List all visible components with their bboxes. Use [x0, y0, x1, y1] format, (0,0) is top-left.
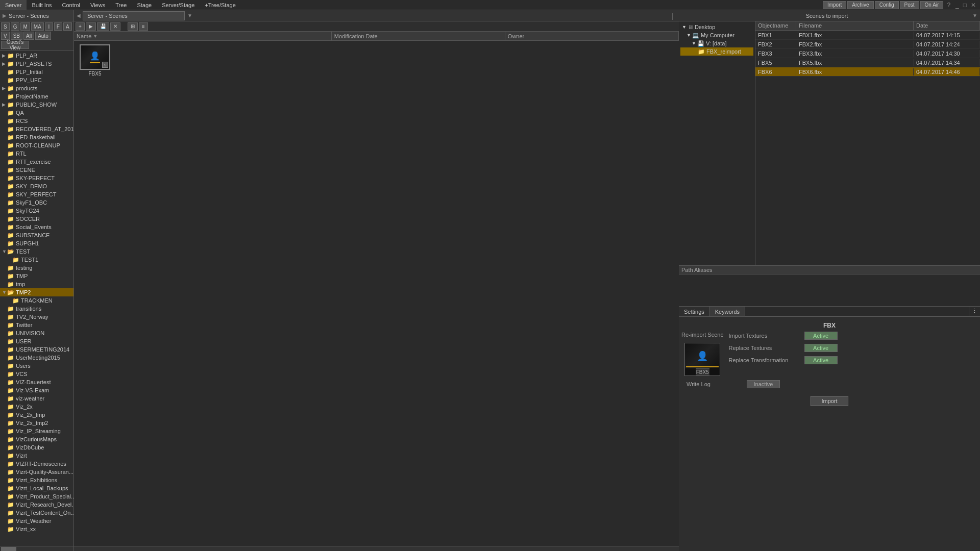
tree-item-twitter[interactable]: 📁 Twitter	[0, 321, 74, 329]
menu-stage[interactable]: Stage	[132, 0, 157, 10]
tab-settings[interactable]: Settings	[679, 307, 710, 316]
write-log-btn[interactable]: Inactive	[747, 380, 780, 388]
center-pin-icon[interactable]: |	[669, 11, 676, 21]
tree-item-plp-initial[interactable]: 📁 PLP_Initial	[0, 68, 74, 76]
scrollbar-thumb[interactable]	[1, 547, 16, 551]
tree-item-users[interactable]: 📁 Users	[0, 362, 74, 370]
tree-item-sky-demo[interactable]: 📁 SKY_DEMO	[0, 182, 74, 190]
file-row-fbx1[interactable]: FBX1 FBX1.fbx 04.07.2017 14:15	[755, 31, 980, 40]
tree-item-skyf1-obc[interactable]: 📁 SkyF1_OBC	[0, 198, 74, 207]
tree-item-skytg24[interactable]: 📁 SkyTG24	[0, 207, 74, 215]
tree-item-rcs[interactable]: 📁 RCS	[0, 117, 74, 125]
tree-item-univision[interactable]: 📁 UNIVISION	[0, 329, 74, 337]
tool-sb[interactable]: SB	[11, 32, 22, 40]
menu-builtins[interactable]: Built Ins	[27, 0, 57, 10]
tree-item-vcs[interactable]: 📁 VCS	[0, 370, 74, 378]
file-row-fbx5[interactable]: FBX5 FBX5.fbx 04.07.2017 14:34	[755, 58, 980, 67]
file-col-filename[interactable]: Filename	[796, 21, 914, 30]
archive-button[interactable]: Archive	[847, 1, 873, 9]
tree-item-public-show[interactable]: ▶ 📁 PUBLIC_SHOW	[0, 101, 74, 109]
menu-views[interactable]: Views	[85, 0, 110, 10]
file-tree-fbx-reimport[interactable]: 📁 FBX_reimport	[680, 47, 753, 56]
menu-control[interactable]: Control	[57, 0, 85, 10]
tree-item-vizrt-local-backups[interactable]: 📁 Vizrt_Local_Backups	[0, 484, 74, 492]
import-button[interactable]: Import	[823, 1, 846, 9]
tool-all[interactable]: All	[23, 32, 34, 40]
file-col-objectname[interactable]: Objectname	[755, 21, 796, 30]
tree-item-usermeeting2015[interactable]: 📁 UserMeeting2015	[0, 354, 74, 362]
toolbar-btn-view1[interactable]: ⊞	[128, 22, 138, 31]
tree-item-viz-2x-tmp2[interactable]: 📁 Viz_2x_tmp2	[0, 419, 74, 427]
tree-item-viz-2x-tmp[interactable]: 📁 Viz_2x_tmp	[0, 411, 74, 419]
file-tree-mycomputer[interactable]: ▼ 💻 My Computer	[680, 31, 753, 39]
help-icon[interactable]: ?	[944, 2, 953, 9]
tree-item-ppv-ufc[interactable]: 📁 PPV_UFC	[0, 76, 74, 84]
tree-item-trackmen[interactable]: 📁 TRACKMEN	[0, 296, 74, 305]
file-tree-vdata[interactable]: ▼ 💾 V: [data]	[680, 39, 753, 47]
file-row-fbx6[interactable]: FBX6 FBX6.fbx 04.07.2017 14:46	[755, 67, 980, 77]
tree-item-viz-vs-exam[interactable]: 📁 Viz-VS-Exam	[0, 386, 74, 394]
maximize-icon[interactable]: □	[962, 2, 968, 9]
on-air-button[interactable]: On Air	[920, 1, 944, 9]
tree-item-transitions[interactable]: 📁 transitions	[0, 305, 74, 313]
tab-keywords[interactable]: Keywords	[710, 307, 745, 316]
minimize-icon[interactable]: _	[954, 2, 961, 9]
tree-item-social-events[interactable]: 📁 Social_Events	[0, 223, 74, 231]
toolbar-btn-new[interactable]: +	[76, 22, 85, 31]
replace-transform-btn[interactable]: Active	[804, 356, 838, 364]
tree-item-scene[interactable]: 📁 SCENE	[0, 166, 74, 174]
file-row-fbx2[interactable]: FBX2 FBX2.fbx 04.07.2017 14:24	[755, 40, 980, 49]
tree-item-vizdbcube[interactable]: 📁 VizDbCube	[0, 443, 74, 452]
toolbar-btn-open[interactable]: ▶	[86, 22, 96, 31]
toolbar-btn-view2[interactable]: ≡	[139, 22, 148, 31]
tree-item-viz-ip-streaming[interactable]: 📁 Viz_IP_Streaming	[0, 427, 74, 435]
file-col-date[interactable]: Date	[914, 21, 980, 30]
tree-item-vizrt-testcontent[interactable]: 📁 Vizrt_TestContent_On...	[0, 509, 74, 517]
tree-item-supgh1[interactable]: 📁 SUPGH1	[0, 239, 74, 247]
tree-item-testing[interactable]: 📁 testing	[0, 264, 74, 272]
tree-item-red-basketball[interactable]: 📁 RED-Basketball	[0, 133, 74, 141]
center-collapse-icon[interactable]: ◀	[77, 13, 81, 18]
replace-textures-btn[interactable]: Active	[804, 344, 838, 352]
post-button[interactable]: Post	[900, 1, 919, 9]
file-row-fbx3[interactable]: FBX3 FBX3.fbx 04.07.2017 14:30	[755, 49, 980, 58]
tool-a[interactable]: A	[63, 22, 72, 31]
tool-s[interactable]: S	[1, 22, 10, 31]
tree-item-viz-weather[interactable]: 📁 viz-weather	[0, 394, 74, 403]
tree-item-vizrt-exhibitions[interactable]: 📁 Vizrt_Exhibitions	[0, 476, 74, 484]
menu-server[interactable]: Server	[0, 0, 27, 10]
tree-item-vizrt-weather[interactable]: 📁 Vizrt_Weather	[0, 517, 74, 525]
menu-tree-stage[interactable]: +Tree/Stage	[200, 0, 240, 10]
tree-item-viz-dauertest[interactable]: 📁 VIZ-Dauertest	[0, 378, 74, 386]
tree-item-user[interactable]: 📁 USER	[0, 337, 74, 345]
center-menu-icon[interactable]: ▼	[185, 12, 195, 19]
tree-item-soccer[interactable]: 📁 SOCCER	[0, 215, 74, 223]
menu-server-stage[interactable]: Server/Stage	[157, 0, 200, 10]
col-header-date[interactable]: Modification Date	[332, 32, 505, 40]
tree-item-vizrt-demoscenes[interactable]: 📁 VIZRT-Demoscenes	[0, 460, 74, 468]
tree-item-projectname[interactable]: 📁 ProjectName	[0, 92, 74, 101]
tool-i[interactable]: I	[45, 22, 53, 31]
tree-item-products[interactable]: ▶ 📁 products	[0, 84, 74, 92]
tool-f[interactable]: F	[54, 22, 62, 31]
toolbar-btn-save[interactable]: 💾	[97, 22, 109, 31]
toolbar-btn-delete[interactable]: ✕	[110, 22, 120, 31]
tree-item-rtt-exercise[interactable]: 📁 RTT_exercise	[0, 158, 74, 166]
close-icon[interactable]: ✕	[969, 2, 977, 9]
center-title-input[interactable]	[83, 11, 185, 20]
right-dropdown-icon[interactable]: ▼	[972, 13, 977, 18]
file-tree-desktop[interactable]: ▼ 🖥 Desktop	[680, 23, 753, 31]
tree-item-plp-assets[interactable]: ▶ 📁 PLP_ASSETS	[0, 60, 74, 68]
sidebar-expand-icon[interactable]: ▶	[3, 13, 7, 18]
sidebar-scrollbar[interactable]	[0, 546, 74, 551]
tree-item-rtl[interactable]: 📁 RTL	[0, 149, 74, 158]
resize-handle[interactable]: ⋮	[969, 307, 980, 316]
tool-guests-view[interactable]: Guest's View	[1, 41, 29, 49]
tree-item-test[interactable]: ▼ 📂 TEST	[0, 247, 74, 256]
tool-m[interactable]: M	[20, 22, 30, 31]
tree-item-tmp[interactable]: 📁 TMP	[0, 272, 74, 280]
tool-auto[interactable]: Auto	[35, 32, 51, 40]
tree-item-vizrt-research[interactable]: 📁 Vizrt_Research_Devel...	[0, 500, 74, 509]
tree-item-vizrt-product[interactable]: 📁 Vizrt_Product_Special...	[0, 492, 74, 500]
tree-item-tmp-lower[interactable]: 📁 tmp	[0, 280, 74, 288]
